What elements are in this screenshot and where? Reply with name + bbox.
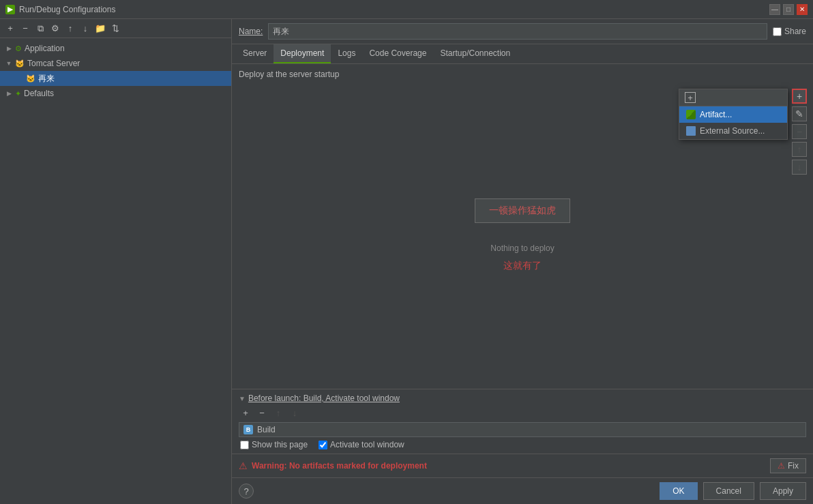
before-launch-header: ▼ Before launch: Build, Activate tool wi… <box>239 394 806 403</box>
build-icon: B <box>243 425 253 434</box>
minimize-button[interactable]: — <box>769 4 780 15</box>
external-label: External Source... <box>700 126 765 136</box>
show-page-label: Show this page <box>252 440 308 449</box>
add-config-button[interactable]: + <box>4 23 16 35</box>
before-launch-toggle[interactable]: ▼ <box>239 395 246 402</box>
help-button[interactable]: ? <box>239 484 254 499</box>
server-icon: 🐱 <box>15 59 25 68</box>
tab-startup-connection[interactable]: Startup/Connection <box>433 44 517 63</box>
move-up-button[interactable]: ↑ <box>64 23 76 35</box>
window-title: Run/Debug Configurations <box>19 5 115 14</box>
share-label: Share <box>784 27 806 36</box>
tab-server[interactable]: Server <box>236 44 274 63</box>
edit-deployment-button[interactable]: ✎ <box>792 106 807 121</box>
dropdown-item-artifact[interactable]: Artifact... <box>679 106 787 123</box>
dropdown-header: + <box>679 89 787 106</box>
item-icon: 🐱 <box>26 74 35 83</box>
name-label: Name: <box>239 27 263 36</box>
chevron-icon: ▶ <box>5 90 12 97</box>
defaults-icon: ✦ <box>15 89 21 98</box>
ok-button[interactable]: OK <box>660 482 697 500</box>
window-controls: — □ ✕ <box>769 4 808 15</box>
options-row: Show this page Activate tool window <box>239 440 806 449</box>
folder-button[interactable]: 📁 <box>94 23 106 35</box>
fix-button[interactable]: ⚠ Fix <box>770 458 806 473</box>
tab-code-coverage[interactable]: Code Coverage <box>362 44 433 63</box>
move-down-button[interactable]: ↓ <box>79 23 91 35</box>
close-button[interactable]: ✕ <box>797 4 808 15</box>
delete-deployment-button[interactable]: − <box>792 124 807 139</box>
fix-icon: ⚠ <box>778 461 785 471</box>
before-launch-section: ▼ Before launch: Build, Activate tool wi… <box>232 389 813 454</box>
warning-text: Warning: No artifacts marked for deploym… <box>252 461 427 471</box>
chevron-icon: ▶ <box>5 45 12 52</box>
deploy-header: Deploy at the server startup <box>232 64 813 82</box>
application-icon: ⚙ <box>15 44 22 53</box>
nothing-to-deploy-text: Nothing to deploy <box>490 243 554 253</box>
share-area: Share <box>773 27 806 36</box>
artifact-icon <box>686 110 696 119</box>
dropdown-item-external[interactable]: External Source... <box>679 123 787 139</box>
warning-bar: ⚠ Warning: No artifacts marked for deplo… <box>232 454 813 477</box>
right-panel: Name: Share Server Deployment Logs Code … <box>232 19 813 504</box>
before-launch-up-button[interactable]: ↑ <box>271 406 285 419</box>
before-launch-add-button[interactable]: + <box>239 406 252 419</box>
copy-config-button[interactable]: ⧉ <box>34 23 46 35</box>
activate-label: Activate tool window <box>330 440 404 449</box>
move-down-deployment-button[interactable]: ↓ <box>792 160 807 175</box>
chevron-icon: ▼ <box>5 60 12 67</box>
fix-label: Fix <box>788 461 799 471</box>
before-launch-down-button[interactable]: ↓ <box>288 406 301 419</box>
activate-checkbox[interactable] <box>319 441 327 449</box>
settings-button[interactable]: ⚙ <box>49 23 61 35</box>
sort-button[interactable]: ⇅ <box>109 23 121 35</box>
tree-area: ▶ ⚙ Application ▼ 🐱 Tomcat Server 🐱 再来 ▶… <box>0 38 231 504</box>
tab-deployment[interactable]: Deployment <box>274 44 331 63</box>
before-launch-title: Before launch: Build, Activate tool wind… <box>248 394 400 403</box>
bottom-area: ? OK Cancel Apply <box>232 477 813 504</box>
build-row: B Build <box>239 422 806 437</box>
right-actions-panel: + Artifact... External Source... + ✎ <box>786 85 813 179</box>
content-area: Deploy at the server startup 一顿操作猛如虎 Not… <box>232 64 813 389</box>
tree-item-application[interactable]: ▶ ⚙ Application <box>0 41 231 56</box>
tree-item-tomcat[interactable]: ▼ 🐱 Tomcat Server <box>0 56 231 71</box>
tree-item-label: 再来 <box>38 73 55 85</box>
deploy-action-button[interactable]: 一顿操作猛如虎 <box>475 198 570 223</box>
show-page-checkbox[interactable] <box>240 441 249 449</box>
tree-item-label: Tomcat Server <box>27 59 80 68</box>
action-buttons: OK Cancel Apply <box>660 482 806 500</box>
cancel-button[interactable]: Cancel <box>703 482 754 500</box>
external-source-icon <box>686 126 696 136</box>
before-launch-remove-button[interactable]: − <box>255 406 269 419</box>
tree-item-defaults[interactable]: ▶ ✦ Defaults <box>0 86 231 101</box>
window-icon: ▶ <box>5 5 15 14</box>
warning-text-area: ⚠ Warning: No artifacts marked for deplo… <box>239 460 427 471</box>
left-toolbar: + − ⧉ ⚙ ↑ ↓ 📁 ⇅ <box>0 19 231 38</box>
warning-icon: ⚠ <box>239 460 248 471</box>
dropdown-add-icon: + <box>685 92 696 103</box>
name-input[interactable] <box>268 23 767 40</box>
name-bar: Name: Share <box>232 19 813 44</box>
hint-text: 这就有了 <box>503 260 542 272</box>
dropdown-menu: + Artifact... External Source... <box>679 89 788 140</box>
main-container: + − ⧉ ⚙ ↑ ↓ 📁 ⇅ ▶ ⚙ Application ▼ 🐱 Tomc… <box>0 19 813 504</box>
before-launch-toolbar: + − ↑ ↓ <box>239 406 806 419</box>
tree-item-label: Application <box>25 44 65 53</box>
add-deployment-button[interactable]: + <box>792 89 807 104</box>
remove-config-button[interactable]: − <box>19 23 31 35</box>
tab-logs[interactable]: Logs <box>331 44 362 63</box>
build-label: Build <box>257 425 276 434</box>
apply-button[interactable]: Apply <box>760 482 806 500</box>
artifact-label: Artifact... <box>700 110 732 119</box>
tree-item-selected[interactable]: 🐱 再来 <box>0 71 231 86</box>
share-checkbox[interactable] <box>773 27 782 36</box>
title-bar: ▶ Run/Debug Configurations — □ ✕ <box>0 0 813 19</box>
move-up-deployment-button[interactable]: ↑ <box>792 142 807 157</box>
left-panel: + − ⧉ ⚙ ↑ ↓ 📁 ⇅ ▶ ⚙ Application ▼ 🐱 Tomc… <box>0 19 232 504</box>
show-page-option: Show this page <box>240 440 308 449</box>
activate-option: Activate tool window <box>319 440 404 449</box>
tree-item-label: Defaults <box>24 89 54 98</box>
tabs-bar: Server Deployment Logs Code Coverage Sta… <box>232 44 813 64</box>
maximize-button[interactable]: □ <box>783 4 794 15</box>
